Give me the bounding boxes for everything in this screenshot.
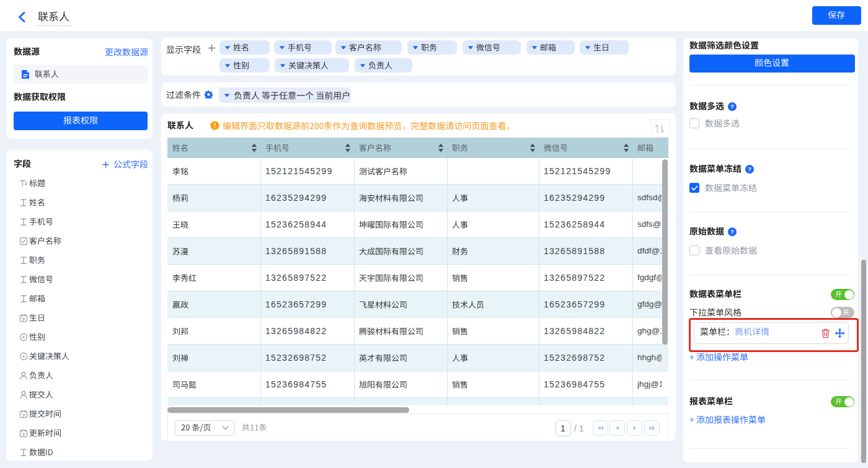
svg-text:?: ?: [730, 228, 734, 235]
svg-text:?: ?: [730, 103, 734, 110]
svg-text:?: ?: [748, 166, 751, 172]
